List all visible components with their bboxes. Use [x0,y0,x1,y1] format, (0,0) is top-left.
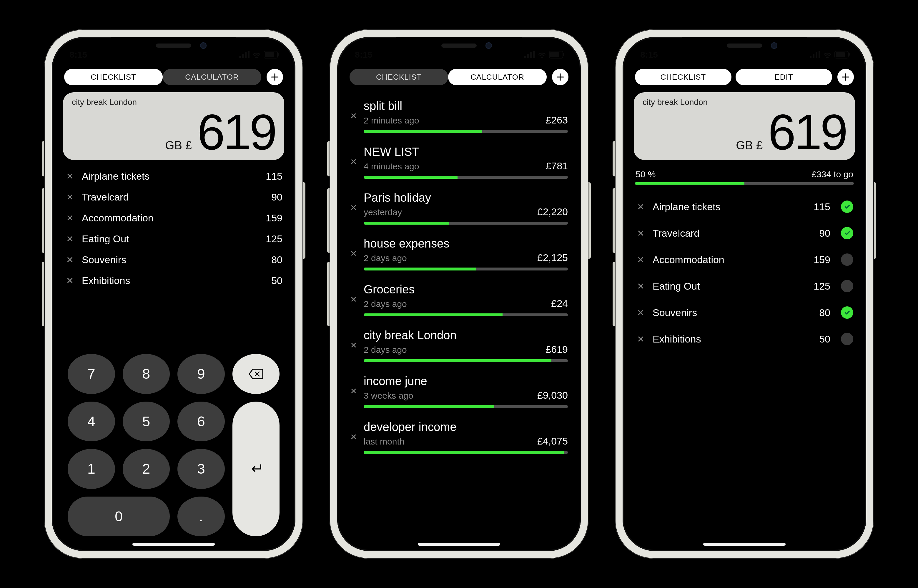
key-2[interactable]: 2 [123,449,170,489]
home-indicator[interactable] [418,543,500,546]
list-item[interactable]: ✕Souvenirs80 [62,249,285,270]
tab-edit[interactable]: EDIT [735,69,832,85]
key-8[interactable]: 8 [123,354,170,394]
phone-checklist: 8:15 CHECKLIST EDIT city break London [615,29,874,559]
home-indicator[interactable] [133,543,215,546]
check-toggle[interactable] [841,333,853,345]
tab-checklist[interactable]: CHECKLIST [635,69,732,85]
home-indicator[interactable] [703,543,785,546]
item-value: 115 [266,171,282,182]
key-dot[interactable]: . [177,497,225,536]
plus-icon [270,73,279,81]
checklist-item[interactable]: ✕Exhibitions50 [633,326,856,352]
delete-icon[interactable]: ✕ [636,228,646,238]
checklist-item[interactable]: ✕Travelcard90 [633,220,856,246]
item-label: Eating Out [82,233,259,245]
item-label: Souvenirs [652,307,812,318]
checklist-item[interactable]: ✕Souvenirs80 [633,299,856,326]
item-value: 90 [271,191,282,203]
list-timestamp: 3 weeks ago [364,391,413,401]
list-item[interactable]: ✕Accommodation159 [62,208,285,228]
delete-icon[interactable]: ✕ [636,202,646,212]
lists-container[interactable]: ✕split bill2 minutes ago£263✕NEW LIST4 m… [347,92,571,539]
delete-icon[interactable]: ✕ [65,234,75,244]
list-timestamp: yesterday [364,207,402,217]
check-toggle[interactable] [841,306,853,319]
tab-checklist[interactable]: CHECKLIST [350,69,448,85]
check-icon [844,204,850,210]
delete-icon[interactable]: ✕ [636,281,646,291]
list-item[interactable]: ✕Exhibitions50 [62,270,285,291]
delete-icon[interactable]: ✕ [65,192,75,202]
key-enter[interactable] [232,402,280,536]
checklist-item[interactable]: ✕Eating Out125 [633,273,856,299]
list-timestamp: 2 days ago [364,253,407,263]
tab-calculator[interactable]: CALCULATOR [163,69,261,85]
delete-icon[interactable]: ✕ [349,329,358,350]
progress-bar [635,182,854,185]
check-toggle[interactable] [841,254,853,266]
delete-icon[interactable]: ✕ [65,255,75,265]
battery-icon [549,51,563,58]
delete-icon[interactable]: ✕ [65,275,75,286]
progress-remaining: £334 to go [811,170,853,179]
checklist-item[interactable]: ✕Airplane tickets115 [633,194,856,220]
delete-icon[interactable]: ✕ [349,145,358,167]
saved-list-item[interactable]: ✕developer incomelast month£4,075 [347,416,571,460]
key-3[interactable]: 3 [177,449,225,489]
delete-icon[interactable]: ✕ [349,237,358,258]
delete-icon[interactable]: ✕ [349,283,358,304]
key-7[interactable]: 7 [68,354,115,394]
checklist-item[interactable]: ✕Accommodation159 [633,246,856,273]
saved-list-item[interactable]: ✕city break London2 days ago£619 [347,325,571,368]
delete-icon[interactable]: ✕ [636,307,646,318]
total-card: city break London GB £ 619 [63,92,284,160]
key-backspace[interactable] [232,354,280,394]
delete-icon[interactable]: ✕ [65,171,75,181]
delete-icon[interactable]: ✕ [349,191,358,213]
check-toggle[interactable] [841,280,853,292]
saved-list-item[interactable]: ✕Paris holidayyesterday£2,220 [347,187,571,231]
saved-list-item[interactable]: ✕Groceries2 days ago£24 [347,279,571,322]
key-0[interactable]: 0 [68,497,170,536]
saved-list-item[interactable]: ✕income june3 weeks ago£9,030 [347,370,571,414]
key-4[interactable]: 4 [68,402,115,442]
currency-label: GB £ [165,139,192,152]
list-amount: £2,220 [537,206,568,218]
check-toggle[interactable] [841,227,853,239]
device-notch [112,37,235,56]
list-progress-bar [364,451,568,454]
list-item[interactable]: ✕Travelcard90 [62,187,285,208]
delete-icon[interactable]: ✕ [349,99,358,121]
currency-label: GB £ [736,139,763,152]
delete-icon[interactable]: ✕ [349,375,358,396]
key-6[interactable]: 6 [177,402,225,442]
signal-icon [524,51,535,58]
delete-icon[interactable]: ✕ [636,334,646,344]
delete-icon[interactable]: ✕ [65,213,75,223]
delete-icon[interactable]: ✕ [349,420,358,442]
check-toggle[interactable] [841,200,853,213]
key-5[interactable]: 5 [123,402,170,442]
total-amount: 619 [768,107,846,157]
list-progress-bar [364,359,568,362]
add-button[interactable] [267,69,283,85]
tab-calculator[interactable]: CALCULATOR [448,69,547,85]
wifi-icon [823,52,832,58]
saved-list-item[interactable]: ✕house expenses2 days ago£2,125 [347,233,571,276]
list-item[interactable]: ✕Eating Out125 [62,228,285,249]
key-1[interactable]: 1 [68,449,115,489]
item-label: Eating Out [652,281,806,292]
saved-list-item[interactable]: ✕NEW LIST4 minutes ago£781 [347,141,571,185]
list-item[interactable]: ✕Airplane tickets115 [62,166,285,187]
list-progress-bar [364,405,568,408]
key-9[interactable]: 9 [177,354,225,394]
delete-icon[interactable]: ✕ [636,255,646,265]
add-button[interactable] [552,69,568,85]
add-button[interactable] [837,69,854,85]
saved-list-item[interactable]: ✕split bill2 minutes ago£263 [347,95,571,139]
tab-checklist[interactable]: CHECKLIST [64,69,163,85]
item-label: Airplane tickets [652,201,806,213]
list-progress-bar [364,176,568,179]
list-amount: £781 [546,160,568,172]
